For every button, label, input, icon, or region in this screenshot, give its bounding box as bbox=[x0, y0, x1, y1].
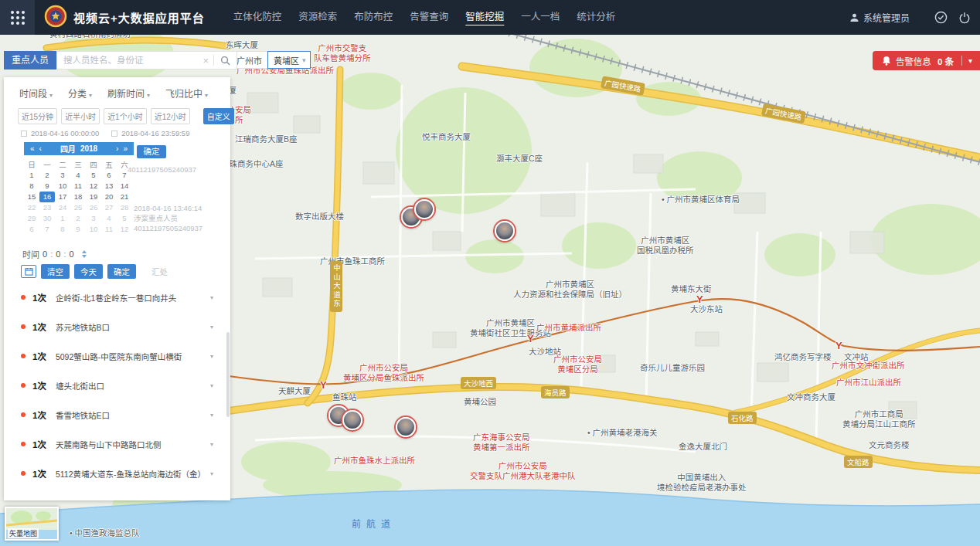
calendar-day[interactable]: 17 bbox=[55, 192, 70, 202]
date-to[interactable]: 2018-04-16 23:59:59 bbox=[111, 129, 189, 137]
time-value[interactable]: 0 bbox=[69, 249, 73, 259]
checkbox-icon[interactable] bbox=[111, 131, 117, 137]
calendar-day[interactable]: 4 bbox=[101, 213, 117, 224]
panel-scrollbar[interactable] bbox=[226, 332, 230, 417]
calendar-day[interactable]: 9 bbox=[39, 181, 55, 192]
calendar-day[interactable]: 5 bbox=[117, 213, 132, 224]
cal-next-month-icon[interactable]: › bbox=[114, 144, 121, 153]
person-marker[interactable] bbox=[495, 221, 515, 241]
alarm-record-row[interactable]: 1次企岭街-北1巷企岭东一巷口向井头▾ bbox=[4, 283, 230, 312]
alarm-record-row[interactable]: 1次香雪地铁站E口▾ bbox=[4, 400, 230, 429]
time-value[interactable]: 0 bbox=[56, 249, 60, 259]
calendar-icon-button[interactable] bbox=[21, 265, 36, 278]
calendar-day[interactable]: 10 bbox=[86, 224, 101, 235]
nav-item-3[interactable]: 布防布控 bbox=[345, 0, 401, 35]
person-marker[interactable] bbox=[414, 199, 434, 219]
nav-item-1[interactable]: 立体化防控 bbox=[225, 0, 291, 35]
nav-item-5[interactable]: 智能挖掘 bbox=[457, 0, 512, 35]
minimap[interactable]: 矢量地图 bbox=[5, 507, 59, 541]
calendar-day[interactable]: 4 bbox=[70, 170, 86, 181]
nav-item-6[interactable]: 一人一档 bbox=[512, 0, 568, 35]
caret-down-icon[interactable]: ▾ bbox=[210, 470, 213, 477]
calendar-day[interactable]: 1 bbox=[24, 170, 39, 181]
date-from[interactable]: 2018-04-16 00:00:00 bbox=[21, 129, 99, 137]
calendar-day[interactable]: 7 bbox=[39, 224, 55, 235]
calendar-day[interactable]: 6 bbox=[24, 224, 39, 235]
custom-time-button[interactable]: 自定义 bbox=[203, 108, 234, 124]
search-input[interactable] bbox=[57, 56, 198, 65]
checkbox-icon[interactable] bbox=[21, 131, 27, 137]
calendar-day[interactable]: 2 bbox=[70, 213, 86, 224]
nav-item-4[interactable]: 告警查询 bbox=[401, 0, 457, 35]
filter-4[interactable]: 飞归比中▾ bbox=[165, 86, 208, 100]
search-icon[interactable] bbox=[214, 56, 236, 66]
step-down-icon[interactable] bbox=[82, 255, 87, 258]
person-marker[interactable] bbox=[396, 417, 416, 437]
tab-key-persons[interactable]: 重点人员 bbox=[4, 51, 56, 70]
calendar-day[interactable]: 13 bbox=[101, 181, 117, 192]
quick-time-2[interactable]: 近半小时 bbox=[61, 108, 100, 124]
clear-button[interactable]: 清空 bbox=[41, 264, 70, 279]
calendar-day[interactable]: 12 bbox=[86, 181, 101, 192]
app-grid-icon[interactable] bbox=[0, 0, 35, 35]
user-menu[interactable]: 系统管理员 bbox=[849, 11, 910, 24]
calendar-day[interactable]: 28 bbox=[117, 202, 132, 213]
caret-down-icon[interactable]: ▾ bbox=[210, 382, 213, 389]
person-marker[interactable] bbox=[342, 410, 362, 430]
alarm-record-row[interactable]: 1次塘头北街出口▾ bbox=[4, 371, 230, 400]
calendar-day[interactable]: 30 bbox=[39, 213, 55, 224]
filter-2[interactable]: 分类▾ bbox=[68, 86, 92, 100]
calendar-day[interactable]: 24 bbox=[55, 202, 70, 213]
calendar-day[interactable]: 3 bbox=[86, 213, 101, 224]
alarm-record-row[interactable]: 1次5092蟹山路-中医院东南向蟹山横街▾ bbox=[4, 341, 230, 371]
calendar-day[interactable]: 15 bbox=[24, 192, 39, 202]
step-up-icon[interactable] bbox=[82, 250, 87, 253]
cal-month-label[interactable]: 四月 bbox=[58, 143, 78, 154]
calendar-day[interactable]: 12 bbox=[117, 224, 132, 235]
calendar-day[interactable]: 1 bbox=[55, 213, 70, 224]
time-value[interactable]: 0 bbox=[43, 249, 47, 259]
cal-prev-month-icon[interactable]: ‹ bbox=[37, 144, 44, 153]
confirm-button[interactable]: 确定 bbox=[107, 264, 136, 279]
alarm-record-row[interactable]: 1次天麓南路与山下中路路口北侧▾ bbox=[4, 429, 230, 459]
calendar-day[interactable]: 9 bbox=[70, 224, 86, 235]
caret-down-icon[interactable]: ▾ bbox=[210, 294, 213, 301]
alarm-record-row[interactable]: 1次苏元地铁站B口▾ bbox=[4, 312, 230, 341]
calendar-day[interactable]: 11 bbox=[101, 224, 117, 235]
calendar-day[interactable]: 3 bbox=[55, 170, 70, 181]
search-clear-icon[interactable]: × bbox=[198, 55, 213, 66]
calendar-day[interactable]: 25 bbox=[70, 202, 86, 213]
calendar-day[interactable]: 14 bbox=[117, 181, 132, 192]
calendar-day[interactable]: 23 bbox=[39, 202, 55, 213]
time-stepper[interactable] bbox=[82, 250, 87, 258]
filter-3[interactable]: 刷新时间▾ bbox=[107, 86, 150, 100]
calendar-day[interactable]: 18 bbox=[70, 192, 86, 202]
cal-next-year-icon[interactable]: » bbox=[121, 144, 130, 153]
caret-down-icon[interactable]: ▾ bbox=[210, 324, 213, 331]
today-button[interactable]: 今天 bbox=[74, 264, 103, 279]
calendar-day[interactable]: 6 bbox=[101, 170, 117, 181]
cal-year-label[interactable]: 2018 bbox=[78, 144, 100, 153]
district-dropdown[interactable]: 黄埔区 ▾ bbox=[267, 51, 311, 69]
quick-time-4[interactable]: 近12小时 bbox=[151, 108, 190, 124]
calendar-day[interactable]: 5 bbox=[86, 170, 101, 181]
caret-down-icon[interactable]: ▾ bbox=[210, 412, 213, 419]
power-icon[interactable] bbox=[958, 12, 971, 24]
calendar-day[interactable]: 2 bbox=[39, 170, 55, 181]
calendar-day[interactable]: 8 bbox=[24, 181, 39, 192]
caret-down-icon[interactable]: ▾ bbox=[210, 441, 213, 448]
nav-item-2[interactable]: 资源检索 bbox=[290, 0, 345, 35]
calendar-day[interactable]: 22 bbox=[24, 202, 39, 213]
calendar-day[interactable]: 16 bbox=[39, 192, 55, 202]
alert-bar[interactable]: 告警信息 0 条 ▾ bbox=[873, 51, 980, 70]
calendar-day[interactable]: 11 bbox=[70, 181, 86, 192]
calendar-day[interactable]: 27 bbox=[101, 202, 117, 213]
calendar-day[interactable]: 21 bbox=[117, 192, 132, 202]
calendar-day[interactable]: 26 bbox=[86, 202, 101, 213]
calendar-day[interactable]: 8 bbox=[55, 224, 70, 235]
calendar-day[interactable]: 20 bbox=[101, 192, 117, 202]
calendar-confirm-button[interactable]: 确定 bbox=[137, 145, 166, 158]
quick-time-1[interactable]: 近15分钟 bbox=[18, 108, 57, 124]
cal-prev-year-icon[interactable]: « bbox=[28, 144, 37, 153]
verify-badge-icon[interactable] bbox=[934, 11, 948, 24]
